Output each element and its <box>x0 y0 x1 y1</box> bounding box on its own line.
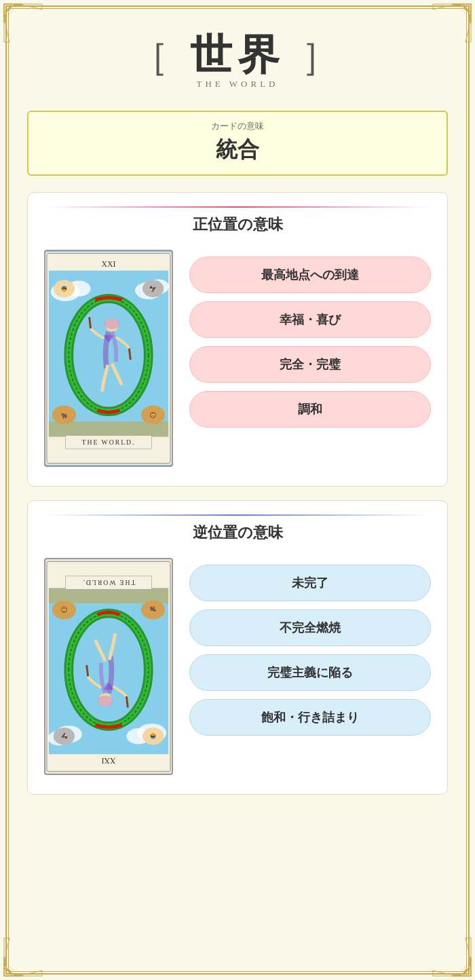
svg-text:THE WORLD.: THE WORLD. <box>81 438 135 446</box>
reversed-keyword-2: 不完全燃焼 <box>189 609 431 646</box>
card-title-english: THE WORLD <box>27 79 448 90</box>
title-section: ［ 世界 ］ THE WORLD <box>27 20 448 100</box>
upright-section-title: 正位置の意味 <box>44 214 431 235</box>
svg-text:THE WORLD.: THE WORLD. <box>81 579 135 586</box>
reversed-keyword-1: 未完了 <box>189 565 431 601</box>
card-meaning-value: 統合 <box>42 135 433 165</box>
upright-keyword-3: 完全・完璧 <box>189 346 431 383</box>
tarot-card-reversed: XXI <box>44 558 173 775</box>
svg-text:XXI: XXI <box>101 756 115 765</box>
svg-point-43 <box>97 696 113 706</box>
title-japanese-text: 世界 <box>190 32 285 78</box>
svg-text:👼: 👼 <box>60 285 68 293</box>
corner-decoration-br <box>432 937 472 977</box>
svg-text:🐂: 🐂 <box>149 605 157 614</box>
upright-section-header: 正位置の意味 <box>44 206 431 235</box>
upright-section-panel: 正位置の意味 XXI <box>27 192 448 487</box>
reversed-keywords-list: 未完了 不完全燃焼 完璧主義に陥る 飽和・行き詰まり <box>189 558 431 736</box>
reversed-section-title: 逆位置の意味 <box>44 523 431 543</box>
bracket-left: ［ <box>131 35 174 77</box>
svg-line-18 <box>90 317 91 328</box>
svg-line-19 <box>129 348 130 360</box>
corner-decoration-bl <box>3 937 43 977</box>
svg-text:🦅: 🦅 <box>149 285 157 293</box>
reversed-content-row: XXI <box>44 558 431 775</box>
reversed-header-line <box>44 514 431 516</box>
reversed-keyword-4: 飽和・行き詰まり <box>189 699 431 736</box>
svg-line-45 <box>87 665 88 677</box>
svg-point-17 <box>104 318 119 329</box>
upright-keywords-list: 最高地点への到達 幸福・喜び 完全・完璧 調和 <box>189 250 431 428</box>
reversed-keyword-3: 完璧主義に陥る <box>189 654 431 691</box>
reversed-section-header: 逆位置の意味 <box>44 514 431 543</box>
svg-line-44 <box>126 696 128 708</box>
corner-decoration-tl <box>3 3 43 43</box>
reversed-section-panel: 逆位置の意味 XXI <box>27 500 448 795</box>
upright-keyword-4: 調和 <box>189 391 431 428</box>
svg-text:👼: 👼 <box>149 732 157 740</box>
svg-text:XXI: XXI <box>102 260 116 269</box>
svg-text:🐂: 🐂 <box>60 411 68 419</box>
bracket-right: ］ <box>301 35 345 77</box>
svg-text:🦁: 🦁 <box>60 605 68 614</box>
upright-header-line <box>44 206 431 208</box>
card-title-japanese: ［ 世界 ］ <box>27 34 448 76</box>
corner-decoration-tr <box>432 3 472 43</box>
upright-keyword-1: 最高地点への到達 <box>189 257 431 293</box>
card-meaning-label: カードの意味 <box>42 120 433 132</box>
svg-text:🦁: 🦁 <box>149 411 157 419</box>
card-meaning-box: カードの意味 統合 <box>27 111 448 176</box>
svg-text:🦅: 🦅 <box>60 732 68 740</box>
upright-content-row: XXI <box>44 250 431 467</box>
tarot-card-upright: XXI <box>44 250 173 467</box>
upright-keyword-2: 幸福・喜び <box>189 301 431 338</box>
